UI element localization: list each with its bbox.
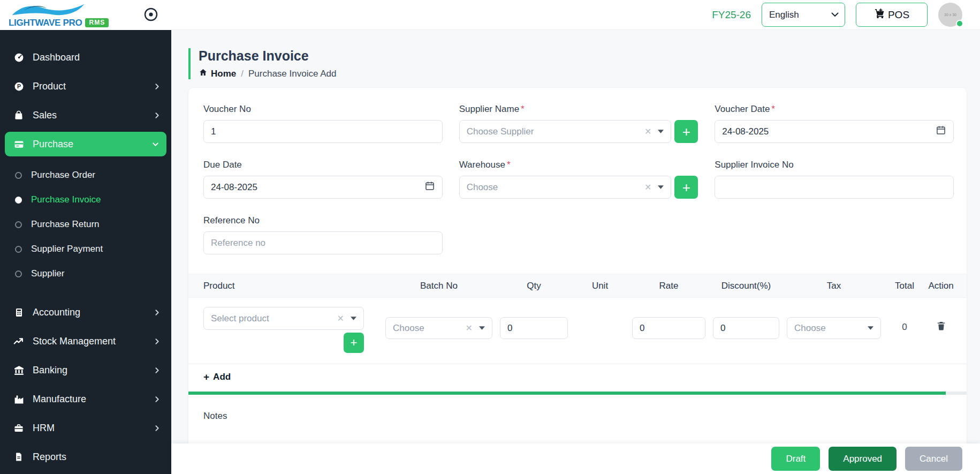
add-row-button[interactable]: + Add bbox=[203, 371, 231, 383]
voucher-date-input[interactable]: 24-08-2025 bbox=[715, 120, 954, 143]
due-date-input[interactable]: 24-08-2025 bbox=[203, 176, 443, 199]
sidebar-subitem-supplier[interactable]: Supplier bbox=[0, 261, 171, 286]
form-row-2: Due Date 24-08-2025 Warehouse* Choo bbox=[203, 160, 954, 199]
page-title: Purchase Invoice bbox=[199, 48, 967, 64]
brand-badge: RMS bbox=[85, 18, 109, 27]
radio-circle-icon bbox=[15, 246, 22, 253]
voucher-no-label: Voucher No bbox=[203, 104, 443, 115]
sidebar-subitem-label: Purchase Order bbox=[31, 170, 95, 180]
reference-no-label: Reference No bbox=[203, 215, 443, 226]
sidebar-subitem-label: Supplier Payment bbox=[31, 244, 103, 254]
app-root: LIGHTWAVE PRO RMS Dashboard bbox=[0, 0, 980, 474]
sidebar-subitem-purchase-invoice[interactable]: Purchase Invoice bbox=[0, 187, 171, 212]
radio-circle-icon bbox=[15, 172, 22, 179]
sidebar-item-sales[interactable]: Sales bbox=[0, 101, 171, 130]
bank-icon bbox=[13, 364, 25, 376]
voucher-date-value: 24-08-2025 bbox=[722, 126, 769, 137]
user-avatar[interactable]: 30 x 30 bbox=[938, 3, 962, 27]
sidebar-item-label: Sales bbox=[33, 110, 57, 121]
calculator-icon bbox=[13, 306, 25, 318]
avatar-placeholder-text: 30 x 30 bbox=[944, 13, 956, 17]
add-product-button[interactable]: + bbox=[344, 333, 364, 353]
chevron-right-icon bbox=[154, 367, 161, 374]
clear-icon[interactable]: ✕ bbox=[337, 313, 344, 323]
chevron-down-icon bbox=[152, 141, 159, 148]
cancel-button[interactable]: Cancel bbox=[905, 447, 962, 471]
notes-label: Notes bbox=[203, 411, 954, 422]
sidebar-subitem-purchase-return[interactable]: Purchase Return bbox=[0, 212, 171, 237]
sidebar-item-label: Dashboard bbox=[33, 52, 80, 63]
main-area: FY25-26 English POS 30 x 30 bbox=[171, 0, 980, 474]
delete-row-button[interactable] bbox=[936, 320, 946, 353]
sidebar-subitem-label: Purchase Invoice bbox=[31, 194, 101, 205]
item-row-wrap: Select product ✕ + Choose ✕ bbox=[188, 298, 967, 364]
approved-button[interactable]: Approved bbox=[829, 447, 897, 471]
calendar-icon[interactable] bbox=[424, 180, 435, 194]
sidebar-item-label: Stock Management bbox=[33, 336, 116, 347]
sidebar-subitem-purchase-order[interactable]: Purchase Order bbox=[0, 163, 171, 187]
form-row-1: Voucher No Supplier Name* Choose Supplie… bbox=[203, 104, 954, 143]
sidebar-item-stock-management[interactable]: Stock Management bbox=[0, 327, 171, 356]
reference-no-input[interactable] bbox=[203, 231, 443, 254]
sidebar-item-hrm[interactable]: HRM bbox=[0, 413, 171, 442]
draft-button[interactable]: Draft bbox=[771, 447, 820, 471]
sidebar-item-dashboard[interactable]: Dashboard bbox=[0, 43, 171, 72]
page-header: Purchase Invoice Home / Purchase Invoice… bbox=[188, 48, 967, 79]
factory-icon bbox=[13, 393, 25, 405]
voucher-no-input[interactable] bbox=[203, 120, 443, 143]
add-warehouse-button[interactable]: + bbox=[674, 176, 698, 199]
sidebar-item-banking[interactable]: Banking bbox=[0, 356, 171, 385]
discount-input[interactable] bbox=[713, 317, 779, 339]
qty-cell bbox=[500, 307, 568, 353]
column-header-total: Total bbox=[888, 281, 921, 291]
field-supplier-invoice-no: Supplier Invoice No bbox=[715, 160, 954, 199]
tax-select[interactable]: Choose bbox=[787, 317, 881, 339]
svg-text:P: P bbox=[17, 83, 20, 89]
breadcrumb-home-link[interactable]: Home bbox=[199, 68, 236, 79]
fiscal-year-label: FY25-26 bbox=[712, 9, 751, 21]
brand-logo-wave-icon bbox=[9, 3, 109, 18]
clear-icon[interactable]: ✕ bbox=[466, 323, 473, 333]
clear-icon[interactable]: ✕ bbox=[644, 182, 651, 192]
supplier-invoice-no-input[interactable] bbox=[715, 176, 954, 199]
sidebar-toggle-button[interactable] bbox=[143, 7, 158, 24]
target-circle-icon bbox=[143, 7, 158, 24]
sidebar-item-label: Reports bbox=[33, 452, 66, 463]
supplier-select[interactable]: Choose Supplier ✕ bbox=[459, 120, 672, 143]
column-header-discount: Discount(%) bbox=[713, 281, 779, 291]
sidebar-item-purchase[interactable]: Purchase bbox=[5, 132, 166, 156]
unit-cell bbox=[575, 307, 625, 353]
batch-select[interactable]: Choose ✕ bbox=[385, 317, 492, 339]
qty-input[interactable] bbox=[500, 317, 568, 339]
plus-icon: + bbox=[682, 125, 690, 139]
sidebar-item-manufacture[interactable]: Manufacture bbox=[0, 385, 171, 413]
sidebar-item-accounting[interactable]: Accounting bbox=[0, 298, 171, 327]
column-header-unit: Unit bbox=[575, 281, 625, 291]
product-select[interactable]: Select product ✕ bbox=[203, 307, 364, 330]
warehouse-select[interactable]: Choose ✕ bbox=[459, 176, 672, 199]
sidebar-item-label: Purchase bbox=[33, 139, 73, 150]
logo-bar: LIGHTWAVE PRO RMS bbox=[0, 0, 171, 30]
add-supplier-button[interactable]: + bbox=[674, 120, 698, 143]
sidebar-item-reports[interactable]: Reports bbox=[0, 442, 171, 471]
plus-icon: + bbox=[682, 180, 690, 194]
sidebar-item-product[interactable]: P Product bbox=[0, 72, 171, 101]
column-header-batch-no: Batch No bbox=[385, 281, 492, 291]
calendar-icon[interactable] bbox=[936, 125, 946, 138]
field-voucher-no: Voucher No bbox=[203, 104, 443, 143]
batch-select-placeholder: Choose bbox=[393, 323, 459, 334]
rate-input[interactable] bbox=[632, 317, 705, 339]
caret-down-icon bbox=[658, 185, 664, 189]
language-select[interactable]: English bbox=[762, 3, 845, 27]
chevron-right-icon bbox=[154, 338, 161, 345]
caret-down-icon bbox=[868, 326, 873, 330]
clear-icon[interactable]: ✕ bbox=[644, 126, 651, 137]
sidebar-subitem-supplier-payment[interactable]: Supplier Payment bbox=[0, 237, 171, 261]
field-voucher-date: Voucher Date* 24-08-2025 bbox=[715, 104, 954, 143]
form-row-3: Reference No bbox=[203, 215, 954, 254]
chevron-right-icon bbox=[154, 309, 161, 316]
caret-down-icon bbox=[479, 326, 485, 330]
sidebar-item-label: Banking bbox=[33, 365, 67, 376]
trending-up-icon bbox=[13, 335, 25, 347]
pos-button[interactable]: POS bbox=[856, 3, 928, 27]
